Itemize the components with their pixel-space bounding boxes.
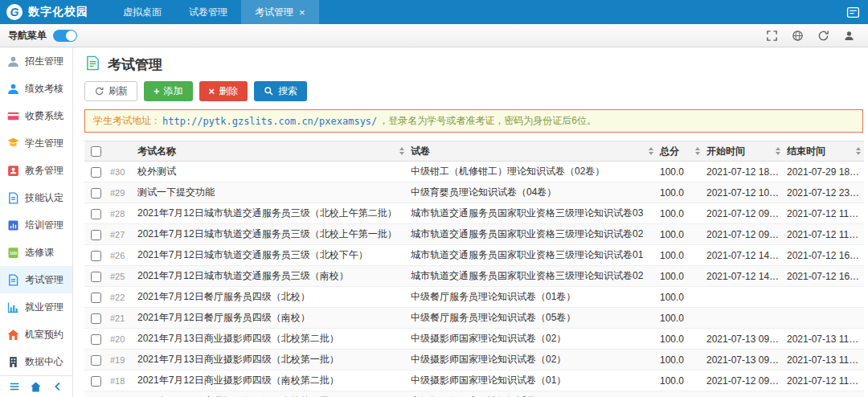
row-checkbox[interactable] (91, 188, 101, 198)
sidebar-item[interactable]: 招生管理 (0, 47, 72, 75)
row-checkbox[interactable] (91, 209, 101, 219)
sort-icon (695, 147, 700, 155)
table-row[interactable]: #202021年7月13日商业摄影师四级（北校第二批）中级摄影师国家理论知识试卷… (84, 329, 864, 350)
sidebar-item-label: 培训管理 (25, 219, 63, 232)
home-icon[interactable] (30, 381, 42, 393)
fullscreen-icon[interactable] (766, 30, 778, 42)
select-all-checkbox[interactable] (91, 146, 101, 157)
refresh-icon[interactable] (817, 30, 829, 42)
table-row[interactable]: #172021年7月12日商业摄影师四级（南校第一批）中级摄影师国家理论知识试卷… (84, 391, 864, 397)
row-id: #20 (107, 329, 134, 350)
tab-close-icon[interactable]: × (299, 7, 305, 18)
table-row[interactable]: #262021年7月12日城市轨道交通服务员三级（北校下午）城市轨道交通服务员国… (84, 245, 864, 266)
notice-label: 学生考试地址： (93, 114, 161, 128)
table-row[interactable]: #192021年7月13日商业摄影师四级（北校第一批）中级摄影师国家理论知识试卷… (84, 350, 864, 370)
add-button[interactable]: + 添加 (144, 81, 193, 101)
table-row[interactable]: #252021年7月12日城市轨道交通服务员三级（南校）城市轨道交通服务员国家职… (84, 266, 864, 287)
person-icon (6, 55, 20, 68)
sidebar-item-label: 绩效考核 (25, 82, 63, 96)
row-id: #18 (107, 370, 134, 391)
building-icon (6, 355, 20, 369)
sidebar-item[interactable]: 就业管理 (0, 293, 72, 321)
quick-panel-icon[interactable] (846, 6, 860, 19)
sidebar-item[interactable]: 培训管理 (0, 211, 72, 239)
sidebar-item[interactable]: 技能认定 (0, 184, 72, 211)
score-cell: 100.0 (657, 391, 703, 397)
sidebar: 招生管理绩效考核收费系统学生管理教务管理技能认定培训管理100选修课考试管理就业… (0, 47, 73, 397)
refresh-button[interactable]: 刷新 (84, 81, 137, 101)
topbar-tab[interactable]: 试卷管理 (175, 0, 241, 24)
search-button-label: 搜索 (278, 84, 297, 98)
column-label: 考试名称 (137, 145, 176, 158)
search-button[interactable]: 搜索 (254, 81, 307, 101)
sidebar-item[interactable]: 数据中心 (0, 348, 72, 375)
row-checkbox[interactable] (91, 355, 101, 366)
row-checkbox[interactable] (91, 272, 101, 282)
top-bar: G 数字化校园 虚拟桌面试卷管理考试管理× (0, 0, 868, 24)
topbar-tab[interactable]: 考试管理× (241, 0, 319, 24)
exam-url-link[interactable]: http://pytk.gzslits.com.cn/pxexamsys/ (162, 116, 377, 127)
sidebar-item[interactable]: 教务管理 (0, 157, 72, 184)
exam-name-cell: 校外测试 (134, 162, 407, 182)
sidebar-item-label: 选修课 (25, 246, 54, 260)
row-checkbox[interactable] (91, 313, 101, 324)
column-header[interactable]: 开始时间 (703, 141, 784, 162)
delete-button[interactable]: × 删除 (199, 81, 248, 101)
score-cell: 100.0 (657, 370, 703, 391)
start-time-cell: 2021-07-13 09:00 (703, 350, 784, 370)
sidebar-item[interactable]: 学生管理 (0, 129, 72, 157)
score-cell: 100.0 (657, 182, 703, 203)
table-row[interactable]: #29测试一下提交功能中级育婴员理论知识试卷（04卷）100.02021-07-… (84, 182, 864, 203)
score-cell: 100.0 (657, 266, 703, 287)
row-checkbox[interactable] (91, 334, 101, 345)
column-header[interactable]: 考试名称 (134, 141, 407, 162)
svg-text:100: 100 (10, 250, 17, 255)
table-row[interactable]: #222021年7月12日餐厅服务员四级（北校）中级餐厅服务员理论知识试卷（01… (84, 287, 864, 308)
end-time-cell (784, 308, 864, 329)
column-header[interactable]: 总分 (657, 141, 703, 162)
row-checkbox[interactable] (91, 376, 101, 387)
sort-icon (856, 147, 861, 155)
column-header[interactable]: 试卷 (407, 141, 657, 162)
start-time-cell: 2021-07-12 09:00 (703, 203, 784, 224)
topbar-tab[interactable]: 虚拟桌面 (109, 0, 175, 24)
table-row[interactable]: #182021年7月12日商业摄影师四级（南校第二批）中级摄影师国家理论知识试卷… (84, 370, 864, 391)
row-id: #26 (107, 245, 134, 266)
sidebar-item-label: 收费系统 (25, 109, 63, 123)
chart-icon (6, 301, 20, 314)
globe-icon[interactable] (792, 30, 804, 42)
paper-cell: 中级餐厅服务员理论知识试卷（05卷） (407, 308, 657, 329)
plus-icon: + (154, 86, 160, 96)
sidebar-item-label: 招生管理 (25, 55, 63, 68)
row-checkbox[interactable] (91, 167, 101, 178)
table-row[interactable]: #282021年7月12日城市轨道交通服务员三级（北校上午第二批）城市轨道交通服… (84, 203, 864, 224)
sidebar-item[interactable]: 100选修课 (0, 239, 72, 266)
nav-menu-toggle[interactable] (53, 30, 77, 42)
sidebar-item[interactable]: 考试管理 (0, 266, 72, 293)
row-checkbox[interactable] (91, 251, 101, 261)
column-label: 结束时间 (787, 145, 825, 158)
row-id: #22 (107, 287, 134, 308)
table-row[interactable]: #30校外测试中级钳工（机修钳工）理论知识试卷（02卷）100.02021-07… (84, 162, 864, 182)
score-cell: 100.0 (657, 162, 703, 182)
table-row[interactable]: #272021年7月12日城市轨道交通服务员三级（北校上午第一批）城市轨道交通服… (84, 224, 864, 245)
row-id: #19 (107, 350, 134, 370)
sidebar-item[interactable]: 绩效考核 (0, 75, 72, 102)
app-window: G 数字化校园 虚拟桌面试卷管理考试管理× 导航菜单 (0, 0, 868, 397)
row-checkbox[interactable] (91, 230, 101, 240)
sort-icon (399, 147, 404, 155)
table-row[interactable]: #212021年7月12日餐厅服务员四级（南校）中级餐厅服务员理论知识试卷（05… (84, 308, 864, 329)
main-panel: 考试管理 刷新 + 添加 × 删除 搜索 (73, 47, 868, 397)
paper-cell: 中级餐厅服务员理论知识试卷（01卷） (407, 287, 657, 308)
row-checkbox[interactable] (91, 293, 101, 303)
badge-icon (6, 164, 20, 178)
sidebar-item[interactable]: 机室预约 (0, 321, 72, 348)
column-header[interactable]: 结束时间 (784, 141, 864, 162)
menu-icon[interactable] (9, 381, 20, 392)
end-time-cell: 2021-07-13 11:00 (784, 350, 864, 370)
sidebar-item[interactable]: 收费系统 (0, 102, 72, 129)
user-icon[interactable] (843, 30, 855, 42)
collapse-sidebar-icon[interactable] (52, 381, 63, 392)
topbar-tabs: 虚拟桌面试卷管理考试管理× (109, 0, 319, 24)
sidebar-item-label: 学生管理 (25, 137, 63, 150)
